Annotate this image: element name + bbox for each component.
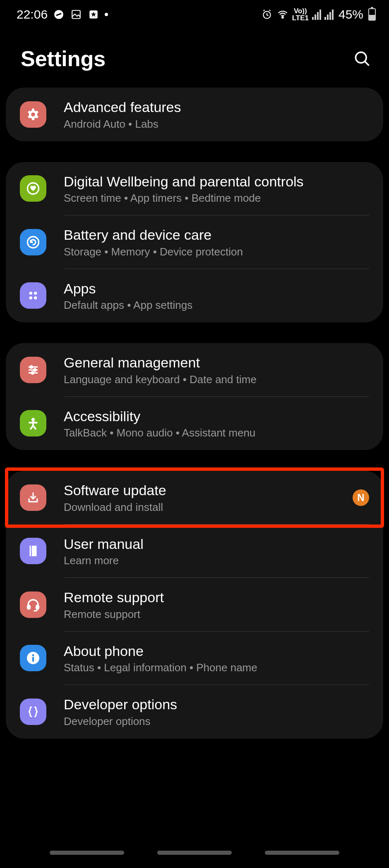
nav-home[interactable] (157, 851, 232, 855)
svg-point-18 (34, 369, 36, 371)
row-labels: General managementLanguage and keyboard … (64, 354, 369, 386)
info-icon (20, 645, 46, 671)
settings-row-battery-care[interactable]: Battery and device careStorage • Memory … (6, 215, 383, 269)
status-left: 22:06 (17, 7, 108, 21)
svg-text:?: ? (32, 547, 36, 554)
row-subtitle: Storage • Memory • Device protection (64, 246, 369, 258)
row-title: Advanced features (64, 98, 369, 116)
status-bar: 22:06 Vo)) LTE1 45% (0, 0, 389, 26)
svg-point-20 (31, 372, 34, 374)
person-icon (20, 410, 46, 436)
row-subtitle: Learn more (64, 554, 369, 567)
alarm-icon (261, 8, 273, 21)
row-subtitle: Status • Legal information • Phone name (64, 661, 369, 674)
settings-row-about-phone[interactable]: About phoneStatus • Legal information • … (6, 632, 383, 685)
row-title: About phone (64, 642, 369, 660)
settings-row-accessibility[interactable]: AccessibilityTalkBack • Mono audio • Ass… (6, 397, 383, 451)
svg-rect-27 (32, 657, 34, 662)
svg-point-14 (34, 296, 37, 299)
settings-row-general-management[interactable]: General managementLanguage and keyboard … (6, 343, 383, 397)
status-time: 22:06 (17, 7, 48, 21)
status-right: Vo)) LTE1 45% (261, 7, 376, 21)
nav-recents[interactable] (50, 851, 124, 855)
row-subtitle: Android Auto • Labs (64, 118, 369, 131)
sliders-icon (20, 357, 46, 383)
row-labels: User manualLearn more (64, 535, 369, 568)
settings-group: Digital Wellbeing and parental controlsS… (6, 162, 383, 323)
row-title: Developer options (64, 696, 369, 713)
settings-row-digital-wellbeing[interactable]: Digital Wellbeing and parental controlsS… (6, 162, 383, 216)
svg-rect-23 (28, 605, 30, 609)
row-subtitle: Developer options (64, 715, 369, 728)
svg-point-5 (282, 17, 283, 18)
row-title: Accessibility (64, 408, 369, 425)
row-subtitle: Screen time • App timers • Bedtime mode (64, 192, 369, 205)
gear-plus-icon (20, 101, 46, 128)
settings-row-developer-options[interactable]: Developer optionsDeveloper options (6, 685, 383, 739)
row-title: Remote support (64, 589, 369, 606)
row-subtitle: Default apps • App settings (64, 299, 369, 312)
row-subtitle: TalkBack • Mono audio • Assistant menu (64, 427, 369, 439)
more-notifications-dot (105, 13, 108, 16)
row-title: General management (64, 354, 369, 372)
row-subtitle: Remote support (64, 608, 369, 621)
svg-point-12 (34, 292, 37, 295)
refresh-ring-icon (20, 229, 46, 255)
svg-point-13 (29, 296, 32, 299)
row-subtitle: Download and install (64, 501, 344, 514)
row-labels: Digital Wellbeing and parental controlsS… (64, 173, 369, 205)
row-title: Apps (64, 280, 369, 298)
svg-point-11 (29, 292, 32, 295)
svg-point-16 (30, 366, 33, 368)
settings-row-user-manual[interactable]: ?User manualLearn more (6, 525, 383, 578)
four-dots-icon (20, 282, 46, 309)
svg-point-8 (31, 112, 35, 117)
row-labels: About phoneStatus • Legal information • … (64, 642, 369, 675)
svg-line-7 (365, 62, 369, 65)
row-labels: AppsDefault apps • App settings (64, 280, 369, 312)
settings-group: General managementLanguage and keyboard … (6, 343, 383, 450)
svg-point-26 (32, 654, 34, 656)
settings-row-software-update[interactable]: Software updateDownload and installN (6, 471, 383, 525)
settings-group: Advanced featuresAndroid Auto • Labs (6, 88, 383, 141)
volte-line1: Vo)) (292, 7, 309, 14)
download-arrow-icon (20, 484, 46, 511)
wifi-icon (276, 8, 289, 21)
settings-group: Software updateDownload and installN?Use… (6, 471, 383, 739)
page-title: Settings (21, 46, 106, 71)
header: Settings (0, 26, 389, 88)
nav-bar (0, 843, 389, 868)
settings-row-advanced-features[interactable]: Advanced featuresAndroid Auto • Labs (6, 88, 383, 141)
dnd-icon (53, 8, 65, 21)
row-labels: Advanced featuresAndroid Auto • Labs (64, 98, 369, 131)
row-title: User manual (64, 535, 369, 553)
search-button[interactable] (352, 48, 372, 69)
gallery-icon (70, 8, 82, 21)
nav-back[interactable] (265, 851, 339, 855)
row-labels: Battery and device careStorage • Memory … (64, 226, 369, 258)
svg-rect-2 (72, 10, 80, 19)
notification-badge: N (353, 489, 369, 506)
volte-line2: LTE1 (292, 14, 309, 21)
row-title: Digital Wellbeing and parental controls (64, 173, 369, 191)
headset-icon (20, 591, 46, 618)
settings-row-remote-support[interactable]: Remote supportRemote support (6, 578, 383, 632)
heart-ring-icon (20, 175, 46, 202)
volte-indicator: Vo)) LTE1 (292, 7, 309, 21)
row-subtitle: Language and keyboard • Date and time (64, 373, 369, 386)
row-labels: Remote supportRemote support (64, 589, 369, 621)
battery-icon (368, 8, 376, 21)
signal-bars-2-icon (324, 9, 334, 20)
row-title: Software update (64, 482, 344, 499)
settings-row-apps[interactable]: AppsDefault apps • App settings (6, 269, 383, 323)
svg-point-6 (355, 52, 366, 63)
braces-icon (20, 699, 46, 725)
signal-bars-1-icon (312, 9, 321, 20)
app-icon (87, 8, 100, 21)
row-labels: Software updateDownload and install (64, 482, 344, 514)
book-question-icon: ? (20, 538, 46, 564)
row-labels: AccessibilityTalkBack • Mono audio • Ass… (64, 408, 369, 440)
row-labels: Developer optionsDeveloper options (64, 696, 369, 728)
row-title: Battery and device care (64, 226, 369, 244)
battery-percentage: 45% (339, 7, 363, 21)
